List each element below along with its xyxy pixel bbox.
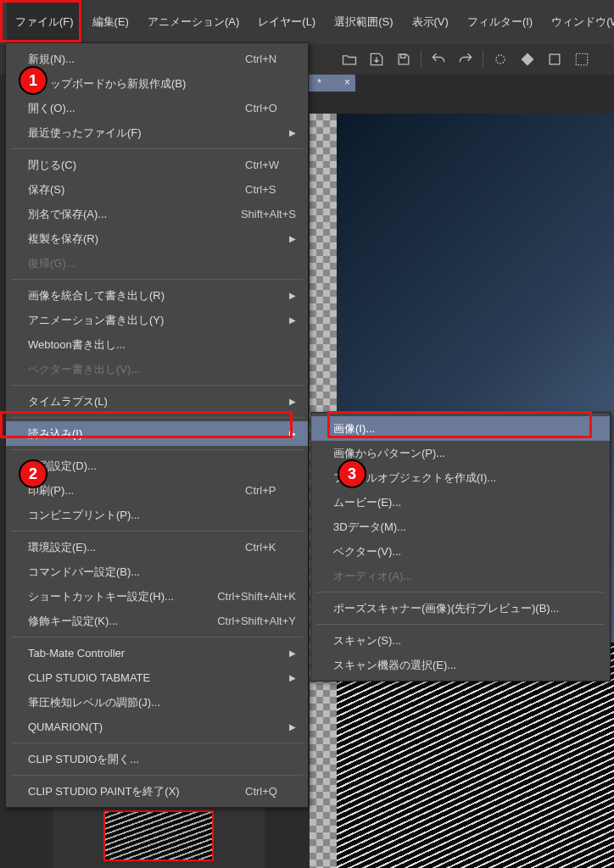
file_menu-item[interactable]: QUMARION(T)▶ [6,715,308,739]
menu-view[interactable]: 表示(V) [404,1,457,43]
menu-separator [11,531,303,531]
crop-icon[interactable] [544,49,565,70]
redo-icon[interactable] [455,49,476,70]
menu-item-label: スキャン(S)... [333,633,598,648]
menu-layer[interactable]: レイヤー(L) [249,1,324,43]
file_menu-item[interactable]: 最近使ったファイル(F)▶ [6,120,308,145]
menu-separator [11,417,303,418]
navigator-thumbnail[interactable] [103,810,214,861]
menu-filter[interactable]: フィルター(I) [459,1,541,43]
file_menu-item[interactable]: Tab-Mate Controller▶ [6,641,308,665]
menu-item-label: CLIP STUDIOを開く... [28,752,296,767]
menu-item-label: 復帰(G)... [28,256,296,271]
file_menu-item[interactable]: CLIP STUDIOを開く... [6,747,308,771]
submenu-arrow-icon: ▶ [274,673,296,682]
menu-shortcut: Ctrl+P [220,484,296,497]
menu-item-label: 印刷(P)... [28,483,220,498]
menu-separator [11,743,303,743]
file_menu-item[interactable]: 保存(S)Ctrl+S [6,177,308,202]
svg-rect-2 [550,54,560,64]
menu-item-label: 最近使ったファイル(F) [28,125,274,141]
file_menu-item[interactable]: 筆圧検知レベルの調節(J)... [6,690,308,715]
menu-selection[interactable]: 選択範囲(S) [326,1,401,43]
menu-item-label: ファイルオブジェクトを作成(I)... [333,470,598,486]
menu-item-label: QUMARION(T) [28,721,274,733]
transform-icon[interactable] [572,49,592,70]
file_menu-item[interactable]: タイムラプス(L)▶ [6,389,308,414]
file_menu-item[interactable]: ショートカットキー設定(H)...Ctrl+Shift+Alt+K [6,584,308,609]
file_menu-item[interactable]: 印刷設定(D)... [6,453,308,478]
file_menu-item[interactable]: コンビニプリント(P)... [6,503,308,527]
annotation-badge-1: 1 [19,66,47,95]
import_menu-item[interactable]: ポーズスキャナー(画像)(先行プレビュー)(B)... [311,596,610,620]
menu-separator [11,279,303,280]
file_menu-item: 復帰(G)... [6,251,308,275]
import_menu-item[interactable]: 画像(I)... [311,416,610,441]
document-tab[interactable]: * × [305,75,355,92]
menu-item-label: ベクター書き出し(V)... [28,362,296,377]
menu-item-label: 筆圧検知レベルの調節(J)... [28,695,296,710]
menu-separator [316,624,605,625]
file_menu-item[interactable]: アニメーション書き出し(Y)▶ [6,308,308,332]
file_menu-item[interactable]: 修飾キー設定(K)...Ctrl+Shift+Alt+Y [6,609,308,633]
file_menu-item[interactable]: 画像を統合して書き出し(R)▶ [6,283,308,308]
menu-item-label: 読み込み(I) [28,426,274,442]
menu-item-label: ポーズスキャナー(画像)(先行プレビュー)(B)... [333,601,598,616]
menu-item-label: 画像からパターン(P)... [333,446,598,461]
select-shrink-icon[interactable] [490,49,511,70]
annotation-badge-3: 3 [338,459,366,488]
document-tabs: * × [305,75,614,92]
menu-shortcut: Ctrl+W [220,159,296,171]
undo-icon[interactable] [428,49,449,70]
import_menu-item[interactable]: 3Dデータ(M)... [311,515,610,539]
menu-item-label: 印刷設定(D)... [28,459,296,474]
menu-separator [11,148,303,149]
menu-item-label: Tab-Mate Controller [28,647,274,659]
file_menu-item[interactable]: 別名で保存(A)...Shift+Alt+S [6,202,308,226]
file_menu-item[interactable]: 新規(N)...Ctrl+N [6,47,308,71]
file_menu-item[interactable]: コマンドバー設定(B)... [6,559,308,584]
submenu-arrow-icon: ▶ [274,429,296,438]
submenu-arrow-icon: ▶ [274,397,296,406]
menu-item-label: 別名で保存(A)... [28,207,215,222]
folder-icon[interactable] [339,49,360,70]
file_menu-item[interactable]: クリップボードから新規作成(B) [6,71,308,96]
submenu-arrow-icon: ▶ [274,234,296,243]
save-icon[interactable] [394,49,414,70]
menu-item-label: CLIP STUDIO TABMATE [28,671,274,684]
menu-item-label: クリップボードから新規作成(B) [28,76,296,92]
file_menu-item[interactable]: 開く(O)...Ctrl+O [6,96,308,120]
import_menu-item[interactable]: スキャン(S)... [311,628,610,653]
file_menu-item[interactable]: CLIP STUDIO PAINTを終了(X)Ctrl+Q [6,779,308,804]
import-icon[interactable] [366,49,387,70]
file_menu-item[interactable]: 印刷(P)...Ctrl+P [6,478,308,503]
file_menu-item[interactable]: 閉じる(C)Ctrl+W [6,153,308,177]
menu-file[interactable]: ファイル(F) [7,1,82,43]
menu-window[interactable]: ウィンドウ(W) [543,1,614,43]
menu-separator [11,385,303,386]
import_menu-item[interactable]: ベクター(V)... [311,539,610,564]
menu-item-label: Webtoon書き出し... [28,337,296,353]
file_menu-item[interactable]: CLIP STUDIO TABMATE▶ [6,665,308,690]
import_menu-item[interactable]: ムービー(E)... [311,490,610,515]
menu-shortcut: Ctrl+K [220,541,296,554]
svg-point-1 [496,55,505,64]
file_menu-item[interactable]: 環境設定(E)...Ctrl+K [6,535,308,559]
menu-shortcut: Ctrl+O [220,102,296,114]
file_menu-item[interactable]: Webtoon書き出し... [6,332,308,357]
file_menu-item[interactable]: 読み込み(I)▶ [6,421,308,446]
menu-item-label: ムービー(E)... [333,495,598,510]
menu-item-label: 環境設定(E)... [28,540,220,555]
file_menu-item[interactable]: 複製を保存(R)▶ [6,226,308,251]
file-menu: 新規(N)...Ctrl+Nクリップボードから新規作成(B)開く(O)...Ct… [5,42,309,808]
svg-rect-3 [576,53,587,64]
menu-animation[interactable]: アニメーション(A) [139,1,248,43]
menu-item-label: ショートカットキー設定(H)... [28,589,192,604]
import_menu-item[interactable]: スキャン機器の選択(E)... [311,653,610,677]
menu-item-label: 開く(O)... [28,101,220,116]
menu-item-label: 閉じる(C) [28,158,220,173]
svg-rect-0 [401,54,405,58]
close-icon[interactable]: × [344,76,350,88]
menu-edit[interactable]: 編集(E) [84,1,137,43]
fill-icon[interactable] [517,49,538,70]
